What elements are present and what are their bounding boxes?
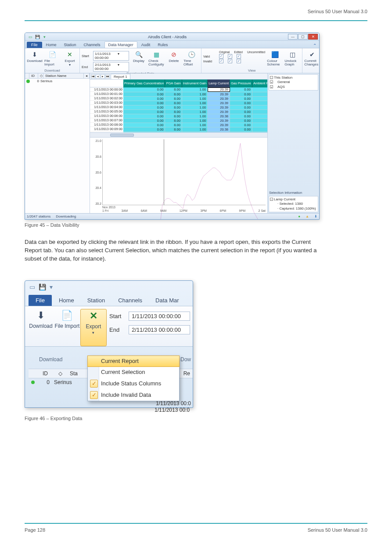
status-downloading: Downloading bbox=[56, 214, 76, 218]
col-sta[interactable]: Sta bbox=[70, 370, 78, 377]
table-row[interactable]: 0.008.001.0020.380.00803.8 bbox=[123, 127, 267, 131]
menu-current-report[interactable]: Current Report bbox=[87, 355, 180, 367]
tab-data-manager[interactable]: Data Manager bbox=[104, 41, 137, 48]
nav-last-icon[interactable]: ⏭ bbox=[105, 74, 110, 79]
minimize-button[interactable]: — bbox=[288, 34, 298, 40]
file-import-button[interactable]: 📄File Import bbox=[54, 309, 80, 346]
file-import-button[interactable]: 📄File Import bbox=[44, 49, 60, 67]
maximize-button[interactable]: ▢ bbox=[298, 34, 308, 40]
file-tab[interactable]: File bbox=[27, 42, 42, 48]
clock-icon: 🕒 bbox=[187, 50, 196, 59]
data-grid[interactable]: 1/11/2013 00:00:001/11/2013 00:01:001/11… bbox=[90, 80, 267, 132]
nav-next-icon[interactable]: ▸ bbox=[101, 74, 105, 79]
tab-station[interactable]: Station bbox=[81, 295, 111, 306]
figure-caption: Figure 46 – Exporting Data bbox=[25, 416, 367, 421]
col-diamond[interactable]: ◇ bbox=[38, 73, 43, 78]
grid-col-header[interactable]: Instrument Gain bbox=[182, 80, 207, 87]
grid-col-header[interactable]: Lamp Current bbox=[208, 80, 230, 87]
station-tree[interactable]: –This Station +General +AQS bbox=[269, 74, 318, 91]
qat-dropdown-icon[interactable]: ▾ bbox=[50, 283, 53, 290]
table-row[interactable]: 0.008.001.0020.390.00803.8 bbox=[123, 87, 267, 92]
col-re[interactable]: Re bbox=[183, 370, 190, 377]
chevron-left-icon[interactable]: ◂ bbox=[84, 73, 90, 78]
tab-channels[interactable]: Channels bbox=[112, 295, 148, 306]
checkbox[interactable]: ✓ bbox=[219, 54, 223, 58]
colour-scheme-button[interactable]: 🟦Colour Scheme bbox=[267, 49, 283, 67]
timestamp-cell: 1/11/2013 00:08:00 bbox=[90, 123, 123, 127]
export-button[interactable]: ✕Export▾ bbox=[62, 49, 78, 67]
nav-prev-icon[interactable]: ◂ bbox=[96, 74, 100, 79]
start-date-input[interactable]: 1/11/2013 00:00:00▾ bbox=[93, 51, 129, 61]
chevron-down-icon: ▾ bbox=[92, 330, 94, 335]
help-icon[interactable]: ⌃ bbox=[313, 43, 316, 48]
menu-include-status[interactable]: ✓Include Status Columns bbox=[88, 378, 179, 389]
checkbox[interactable]: ✓ bbox=[237, 54, 241, 58]
selection-info-tree[interactable]: –Lamp Current · Selected: 1380 · Capture… bbox=[269, 196, 318, 212]
horizontal-scrollbar[interactable] bbox=[90, 132, 267, 137]
check-icon: ✓ bbox=[90, 380, 98, 388]
table-row[interactable]: 0.008.001.0020.390.00803.8 bbox=[123, 92, 267, 96]
display-button[interactable]: 🔍Display bbox=[131, 49, 147, 63]
tab-station[interactable]: Station bbox=[61, 42, 80, 48]
tab-home[interactable]: Home bbox=[43, 42, 60, 48]
col-id[interactable]: ID bbox=[43, 370, 53, 377]
end-date-input[interactable]: 2/11/2013 00:00:00 bbox=[129, 325, 190, 334]
grid-col-header[interactable]: Ambient Pressure bbox=[252, 80, 267, 87]
end-label: End bbox=[109, 326, 124, 333]
table-row[interactable]: 0.008.001.0020.390.00803.8 bbox=[123, 101, 267, 105]
file-tab[interactable]: File bbox=[29, 295, 52, 306]
start-label: Start bbox=[82, 54, 91, 58]
monitor-icon[interactable]: ▭ bbox=[29, 283, 35, 290]
grid-col-header[interactable]: Gas Pressure bbox=[230, 80, 252, 87]
export-button[interactable]: ✕Export▾ bbox=[80, 309, 107, 346]
header-rule bbox=[25, 20, 367, 21]
close-button[interactable]: ✕ bbox=[308, 34, 318, 40]
delete-button[interactable]: ⊘Delete bbox=[166, 49, 182, 63]
tab-channels[interactable]: Channels bbox=[80, 42, 104, 48]
table-row[interactable]: 0.008.001.0020.390.00803.8 bbox=[123, 96, 267, 101]
table-row[interactable]: 0.008.001.0020.390.00803.7 bbox=[123, 123, 267, 127]
commit-changes-button[interactable]: ✔Commit Changes bbox=[304, 49, 320, 67]
line-chart[interactable]: 21.020.820.620.420.2 1 Fri3AM6AM9AM12PM3… bbox=[90, 137, 267, 213]
check-contiguity-button[interactable]: ▦Check Contiguity bbox=[148, 49, 164, 67]
menu-current-selection[interactable]: Current Selection bbox=[88, 366, 179, 378]
report-tab-bar: ⏮ ◂ ▸ ⏭ Report 1 bbox=[90, 73, 267, 80]
col-id[interactable]: ID bbox=[29, 73, 38, 78]
menu-include-invalid[interactable]: ✓Include Invalid Data bbox=[88, 389, 179, 401]
col-station-name[interactable]: Station Name bbox=[43, 73, 84, 78]
table-row[interactable]: 0.008.001.0020.380.00803.8 bbox=[123, 114, 267, 118]
group-download-label: Download bbox=[27, 69, 78, 73]
end-label: End bbox=[82, 65, 91, 69]
report-tab[interactable]: Report 1 bbox=[111, 74, 130, 79]
save-icon[interactable]: 💾 bbox=[39, 283, 46, 290]
download-button[interactable]: ⬇Download bbox=[27, 49, 43, 63]
time-offset-button[interactable]: 🕒Time Offset bbox=[183, 49, 199, 67]
table-row[interactable]: 0.008.001.0020.390.00803.8 bbox=[123, 109, 267, 114]
ribbon-tabs: File Home Station Channels Data Manager … bbox=[25, 41, 319, 48]
download-button[interactable]: ⬇Download bbox=[28, 309, 54, 346]
undock-graph-button[interactable]: ◫Undock Graph bbox=[284, 49, 300, 67]
save-icon[interactable]: 💾 bbox=[35, 34, 40, 40]
tab-audit[interactable]: Audit bbox=[138, 42, 154, 48]
window-title: Airodis Client - Airodis bbox=[47, 35, 288, 39]
group-downloaded-label: Dow bbox=[180, 356, 191, 363]
table-row[interactable]: 0.008.001.0020.390.00803.8 bbox=[123, 105, 267, 109]
checkbox[interactable]: ✓ bbox=[219, 59, 223, 63]
start-date-input[interactable]: 1/11/2013 00:00:00 bbox=[129, 312, 190, 321]
monitor-icon[interactable]: ▭ bbox=[28, 34, 33, 40]
end-date-input[interactable]: 2/11/2013 00:00:00▾ bbox=[93, 62, 129, 72]
station-row[interactable]: 0 Serinus bbox=[25, 79, 90, 83]
tab-data-manager[interactable]: Data Mar bbox=[149, 295, 185, 306]
grid-col-header[interactable]: Primary Gas Concentration bbox=[123, 80, 165, 87]
nav-first-icon[interactable]: ⏮ bbox=[91, 74, 95, 79]
table-row[interactable]: 0.008.001.0020.390.00803.8 bbox=[123, 118, 267, 123]
checkbox[interactable]: ✓ bbox=[228, 59, 232, 63]
selection-info-header: Selection Information bbox=[268, 190, 319, 195]
tab-rules[interactable]: Rules bbox=[154, 42, 171, 48]
col-diamond[interactable]: ◇ bbox=[58, 370, 65, 377]
qat-dropdown-icon[interactable]: ▾ bbox=[42, 34, 47, 40]
tab-home[interactable]: Home bbox=[53, 295, 80, 306]
checkbox[interactable]: ✓ bbox=[228, 54, 232, 58]
checkbox[interactable]: ✓ bbox=[237, 59, 241, 63]
grid-col-header[interactable]: PGA Gain bbox=[165, 80, 182, 87]
